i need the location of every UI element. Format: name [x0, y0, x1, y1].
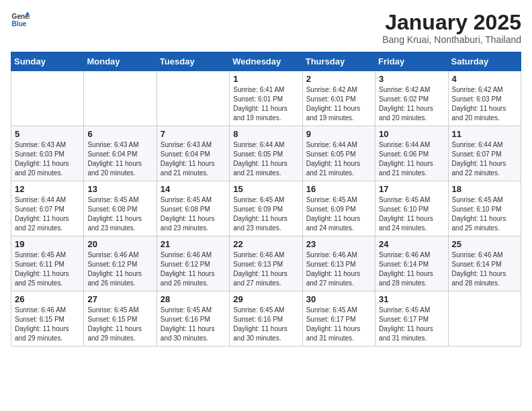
day-number: 6	[87, 129, 152, 139]
calendar-cell: 3Sunrise: 6:42 AM Sunset: 6:02 PM Daylig…	[375, 71, 448, 126]
calendar-cell: 25Sunrise: 6:46 AM Sunset: 6:14 PM Dayli…	[448, 236, 521, 291]
calendar-cell: 30Sunrise: 6:45 AM Sunset: 6:17 PM Dayli…	[302, 291, 375, 347]
day-info: Sunrise: 6:45 AM Sunset: 6:11 PM Dayligh…	[15, 250, 80, 288]
day-number: 26	[15, 294, 80, 304]
calendar-week-row: 5Sunrise: 6:43 AM Sunset: 6:03 PM Daylig…	[11, 126, 521, 181]
day-number: 16	[306, 184, 371, 194]
day-number: 8	[233, 129, 298, 139]
calendar-cell: 23Sunrise: 6:46 AM Sunset: 6:13 PM Dayli…	[302, 236, 375, 291]
calendar-week-row: 26Sunrise: 6:46 AM Sunset: 6:15 PM Dayli…	[11, 291, 521, 347]
calendar-cell: 13Sunrise: 6:45 AM Sunset: 6:08 PM Dayli…	[84, 181, 157, 236]
calendar-cell: 26Sunrise: 6:46 AM Sunset: 6:15 PM Dayli…	[11, 291, 84, 347]
calendar-cell: 14Sunrise: 6:45 AM Sunset: 6:08 PM Dayli…	[157, 181, 229, 236]
day-info: Sunrise: 6:45 AM Sunset: 6:08 PM Dayligh…	[87, 195, 152, 233]
calendar-cell: 5Sunrise: 6:43 AM Sunset: 6:03 PM Daylig…	[11, 126, 84, 181]
day-number: 11	[452, 129, 517, 139]
calendar-cell: 19Sunrise: 6:45 AM Sunset: 6:11 PM Dayli…	[11, 236, 84, 291]
calendar-cell	[448, 291, 521, 347]
day-info: Sunrise: 6:45 AM Sunset: 6:15 PM Dayligh…	[87, 306, 152, 343]
day-info: Sunrise: 6:46 AM Sunset: 6:13 PM Dayligh…	[306, 250, 371, 288]
day-number: 9	[306, 129, 371, 139]
day-number: 31	[379, 294, 444, 304]
day-info: Sunrise: 6:41 AM Sunset: 6:01 PM Dayligh…	[233, 85, 298, 123]
day-number: 15	[233, 184, 298, 194]
day-info: Sunrise: 6:45 AM Sunset: 6:17 PM Dayligh…	[379, 306, 444, 343]
calendar-week-row: 1Sunrise: 6:41 AM Sunset: 6:01 PM Daylig…	[11, 71, 521, 126]
day-number: 3	[379, 74, 444, 84]
day-number: 27	[87, 294, 152, 304]
calendar-cell: 21Sunrise: 6:46 AM Sunset: 6:12 PM Dayli…	[157, 236, 229, 291]
header-thursday: Thursday	[302, 52, 375, 71]
day-info: Sunrise: 6:44 AM Sunset: 6:07 PM Dayligh…	[15, 195, 80, 233]
day-number: 30	[306, 294, 371, 304]
day-number: 5	[15, 129, 80, 139]
day-info: Sunrise: 6:44 AM Sunset: 6:06 PM Dayligh…	[379, 140, 444, 178]
day-info: Sunrise: 6:45 AM Sunset: 6:09 PM Dayligh…	[233, 195, 298, 233]
header-friday: Friday	[375, 52, 448, 71]
day-number: 20	[87, 239, 152, 249]
calendar-week-row: 12Sunrise: 6:44 AM Sunset: 6:07 PM Dayli…	[11, 181, 521, 236]
calendar-week-row: 19Sunrise: 6:45 AM Sunset: 6:11 PM Dayli…	[11, 236, 521, 291]
day-number: 14	[161, 184, 226, 194]
calendar-cell	[157, 71, 229, 126]
calendar-cell: 18Sunrise: 6:45 AM Sunset: 6:10 PM Dayli…	[448, 181, 521, 236]
day-number: 12	[15, 184, 80, 194]
calendar-cell: 20Sunrise: 6:46 AM Sunset: 6:12 PM Dayli…	[84, 236, 157, 291]
day-info: Sunrise: 6:45 AM Sunset: 6:09 PM Dayligh…	[306, 195, 371, 233]
day-info: Sunrise: 6:43 AM Sunset: 6:04 PM Dayligh…	[87, 140, 152, 178]
day-info: Sunrise: 6:45 AM Sunset: 6:10 PM Dayligh…	[379, 195, 444, 233]
day-number: 10	[379, 129, 444, 139]
header-saturday: Saturday	[448, 52, 521, 71]
header-wednesday: Wednesday	[230, 52, 302, 71]
header-sunday: Sunday	[11, 52, 84, 71]
calendar-cell: 27Sunrise: 6:45 AM Sunset: 6:15 PM Dayli…	[84, 291, 157, 347]
calendar-cell: 31Sunrise: 6:45 AM Sunset: 6:17 PM Dayli…	[375, 291, 448, 347]
day-info: Sunrise: 6:45 AM Sunset: 6:16 PM Dayligh…	[233, 306, 298, 343]
calendar-cell: 6Sunrise: 6:43 AM Sunset: 6:04 PM Daylig…	[84, 126, 157, 181]
calendar-table: Sunday Monday Tuesday Wednesday Thursday…	[11, 52, 521, 347]
day-info: Sunrise: 6:46 AM Sunset: 6:12 PM Dayligh…	[87, 250, 152, 288]
day-info: Sunrise: 6:46 AM Sunset: 6:13 PM Dayligh…	[233, 250, 298, 288]
logo: General Blue	[11, 11, 30, 30]
day-number: 22	[233, 239, 298, 249]
day-number: 7	[161, 129, 226, 139]
day-number: 18	[452, 184, 517, 194]
day-info: Sunrise: 6:44 AM Sunset: 6:05 PM Dayligh…	[306, 140, 371, 178]
calendar-cell: 9Sunrise: 6:44 AM Sunset: 6:05 PM Daylig…	[302, 126, 375, 181]
calendar-cell: 4Sunrise: 6:42 AM Sunset: 6:03 PM Daylig…	[448, 71, 521, 126]
calendar-cell	[11, 71, 84, 126]
header-monday: Monday	[84, 52, 157, 71]
month-title: January 2025	[382, 11, 521, 34]
calendar-cell: 10Sunrise: 6:44 AM Sunset: 6:06 PM Dayli…	[375, 126, 448, 181]
day-number: 19	[15, 239, 80, 249]
calendar-cell: 15Sunrise: 6:45 AM Sunset: 6:09 PM Dayli…	[230, 181, 302, 236]
day-info: Sunrise: 6:43 AM Sunset: 6:03 PM Dayligh…	[15, 140, 80, 178]
svg-text:Blue: Blue	[12, 20, 27, 28]
day-info: Sunrise: 6:46 AM Sunset: 6:14 PM Dayligh…	[452, 250, 517, 288]
day-info: Sunrise: 6:45 AM Sunset: 6:08 PM Dayligh…	[161, 195, 226, 233]
calendar-cell: 28Sunrise: 6:45 AM Sunset: 6:16 PM Dayli…	[157, 291, 229, 347]
day-info: Sunrise: 6:46 AM Sunset: 6:14 PM Dayligh…	[379, 250, 444, 288]
calendar-cell: 12Sunrise: 6:44 AM Sunset: 6:07 PM Dayli…	[11, 181, 84, 236]
day-info: Sunrise: 6:46 AM Sunset: 6:15 PM Dayligh…	[15, 306, 80, 343]
day-number: 23	[306, 239, 371, 249]
day-info: Sunrise: 6:44 AM Sunset: 6:05 PM Dayligh…	[233, 140, 298, 178]
calendar-cell: 16Sunrise: 6:45 AM Sunset: 6:09 PM Dayli…	[302, 181, 375, 236]
title-block: January 2025 Bang Kruai, Nonthaburi, Tha…	[382, 11, 521, 45]
day-number: 17	[379, 184, 444, 194]
calendar-header-row: Sunday Monday Tuesday Wednesday Thursday…	[11, 52, 521, 71]
day-number: 4	[452, 74, 517, 84]
calendar-cell	[84, 71, 157, 126]
calendar-cell: 24Sunrise: 6:46 AM Sunset: 6:14 PM Dayli…	[375, 236, 448, 291]
calendar-cell: 2Sunrise: 6:42 AM Sunset: 6:01 PM Daylig…	[302, 71, 375, 126]
day-info: Sunrise: 6:43 AM Sunset: 6:04 PM Dayligh…	[161, 140, 226, 178]
logo-icon: General Blue	[11, 11, 30, 30]
calendar-cell: 1Sunrise: 6:41 AM Sunset: 6:01 PM Daylig…	[230, 71, 302, 126]
day-info: Sunrise: 6:45 AM Sunset: 6:17 PM Dayligh…	[306, 306, 371, 343]
calendar-cell: 8Sunrise: 6:44 AM Sunset: 6:05 PM Daylig…	[230, 126, 302, 181]
day-number: 25	[452, 239, 517, 249]
calendar-cell: 17Sunrise: 6:45 AM Sunset: 6:10 PM Dayli…	[375, 181, 448, 236]
day-info: Sunrise: 6:45 AM Sunset: 6:16 PM Dayligh…	[161, 306, 226, 343]
calendar-cell: 11Sunrise: 6:44 AM Sunset: 6:07 PM Dayli…	[448, 126, 521, 181]
day-number: 2	[306, 74, 371, 84]
